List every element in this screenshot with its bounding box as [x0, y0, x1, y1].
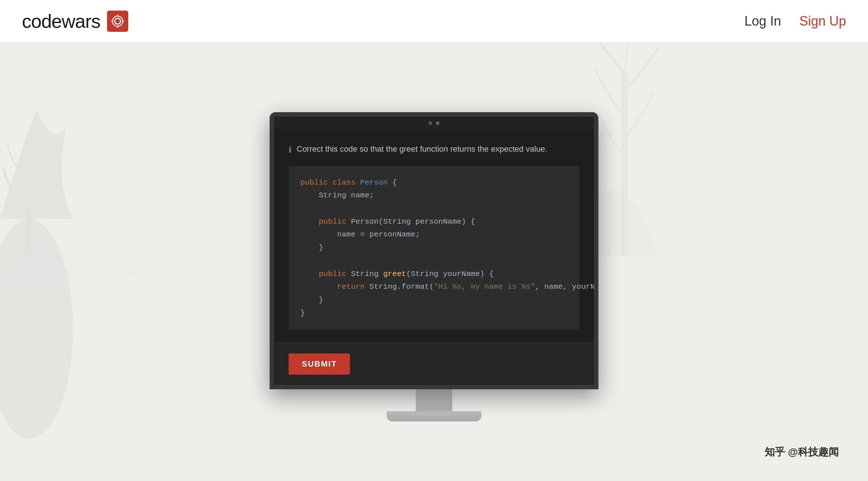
- monitor-wrapper: ℹ Correct this code so that the greet fu…: [270, 112, 598, 422]
- logo-icon: [107, 11, 128, 32]
- code-line-3: [300, 202, 568, 215]
- submit-button[interactable]: SUBMIT: [289, 353, 350, 375]
- svg-point-1: [113, 16, 123, 26]
- nav-links: Log In Sign Up: [745, 14, 846, 29]
- code-line-11: }: [300, 307, 568, 320]
- signup-link[interactable]: Sign Up: [799, 14, 846, 29]
- monitor-screen: ℹ Correct this code so that the greet fu…: [270, 112, 598, 390]
- monitor-stand-base: [387, 411, 481, 421]
- code-editor[interactable]: public class Person { String name; publi…: [289, 166, 579, 330]
- camera-dot-2: [436, 121, 439, 125]
- screen-content: ℹ Correct this code so that the greet fu…: [274, 130, 594, 343]
- monitor-stand-neck: [416, 389, 452, 411]
- svg-point-0: [115, 18, 121, 24]
- code-line-1: public class Person {: [300, 176, 568, 189]
- codewars-icon: [110, 14, 125, 29]
- code-line-10: }: [300, 293, 568, 307]
- code-line-4: public Person(String personName) {: [300, 215, 568, 228]
- login-link[interactable]: Log In: [745, 14, 781, 29]
- code-line-8: public String greet(String yourName) {: [300, 268, 568, 281]
- logo-text: codewars: [22, 10, 100, 32]
- code-line-9: return String.format("Hi %s, my name is …: [300, 280, 568, 293]
- code-line-2: String name;: [300, 189, 568, 202]
- instruction-text: Correct this code so that the greet func…: [297, 143, 547, 155]
- header: codewars Log In Sign Up: [0, 0, 868, 43]
- code-line-5: name = personName;: [300, 228, 568, 241]
- logo: codewars: [22, 10, 128, 32]
- camera-dot-1: [429, 121, 432, 125]
- code-line-6: }: [300, 241, 568, 254]
- main-content: ℹ Correct this code so that the greet fu…: [0, 43, 868, 481]
- monitor-camera-bar: [274, 117, 594, 130]
- code-line-7: [300, 254, 568, 268]
- instruction: ℹ Correct this code so that the greet fu…: [289, 143, 579, 156]
- submit-area: SUBMIT: [274, 343, 594, 385]
- info-icon: ℹ: [289, 144, 292, 156]
